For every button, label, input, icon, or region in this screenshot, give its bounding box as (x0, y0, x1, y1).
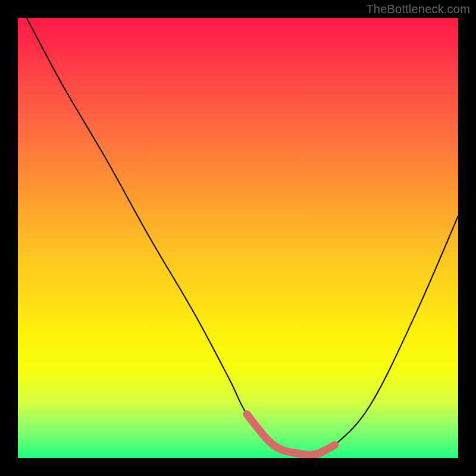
chart-svg (18, 18, 458, 458)
bottleneck-curve-line (27, 18, 458, 455)
watermark-text: TheBottleneck.com (366, 2, 470, 16)
chart-plot-area (18, 18, 458, 458)
optimal-range-highlight (247, 414, 335, 455)
